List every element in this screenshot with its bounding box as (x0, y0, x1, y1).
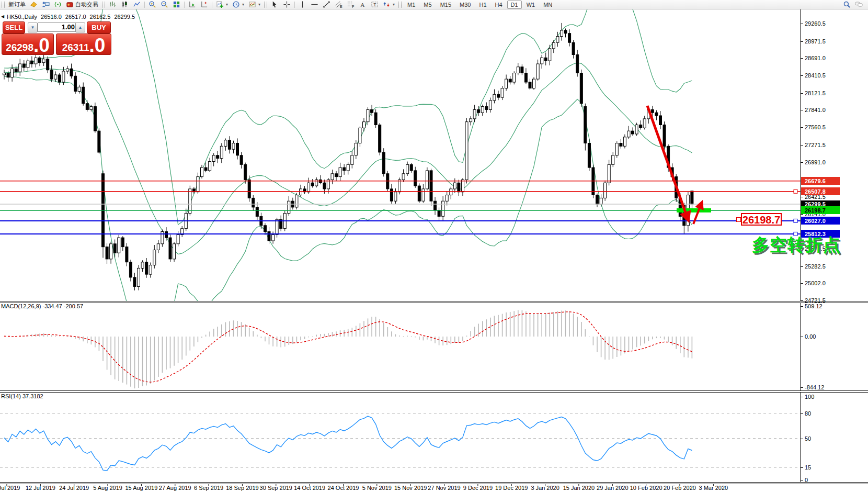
svg-text:T: T (373, 2, 376, 7)
timeframe-M5-button[interactable]: M5 (420, 1, 435, 9)
date-label-3-Mar-2020: 3 Mar 2020 (690, 485, 737, 491)
toolbar-grip (264, 2, 267, 8)
ask-price-main: 26311 (62, 42, 89, 53)
sell-button[interactable]: SELL (3, 21, 25, 33)
pane-divider[interactable] (0, 482, 868, 484)
ask-price-button[interactable]: 26311.0 (56, 33, 111, 55)
svg-text:F: F (352, 5, 354, 8)
zoom-in-button[interactable] (146, 1, 158, 9)
trendline-button[interactable] (321, 1, 333, 9)
horizontal-line-button[interactable] (309, 1, 321, 9)
macd-tick-509.12: 509.12 (805, 303, 823, 309)
zoom-out-icon (161, 1, 168, 8)
turning-point-note[interactable]: 多空转折点 (752, 233, 841, 257)
bar-close-value: 26299.5 (114, 14, 135, 20)
timeframe-group: M1M5M15M30H1H4D1W1MN (403, 1, 556, 9)
toolbar-separator (294, 2, 295, 8)
ask-price-frac: .0 (89, 38, 105, 53)
price-callout-handle[interactable] (736, 217, 741, 222)
equidistant-channel-button[interactable]: E (333, 1, 345, 9)
crosshair-icon (283, 1, 291, 8)
arrows-icon (383, 1, 391, 8)
crosshair-button[interactable] (281, 1, 293, 9)
timeframe-M1-button[interactable]: M1 (404, 1, 419, 9)
price-badge-26027.0: 26027.0 (801, 217, 840, 225)
metaeditor-button[interactable] (40, 1, 52, 9)
rsi-indicator (0, 413, 801, 471)
svg-text:E: E (340, 5, 342, 8)
price-tick-25282.5: 25282.5 (805, 263, 826, 270)
fibonacci-button[interactable]: F (345, 1, 357, 9)
down-trend-arrow[interactable] (647, 106, 688, 220)
price-tick-28410.5: 28410.5 (805, 72, 826, 79)
template-icon (248, 1, 256, 8)
toolbar-separator (144, 2, 145, 8)
search-icon[interactable] (843, 1, 851, 8)
price-callout-label[interactable]: 26198.7 (741, 213, 782, 226)
new-order-button[interactable]: 新订单 (6, 1, 28, 9)
horizontal-line-icon (311, 1, 318, 8)
volume-input[interactable]: 1.00 (38, 23, 78, 32)
buy-button[interactable]: BUY (87, 21, 111, 33)
text-button[interactable]: A (357, 1, 369, 9)
bar-low-value: 26162.5 (90, 14, 111, 20)
tile-windows-button[interactable] (170, 1, 182, 9)
gold-icon (30, 1, 38, 8)
timeframe-W1-button[interactable]: W1 (523, 1, 539, 9)
price-tick-27560.5: 27560.5 (805, 124, 826, 130)
toolbar-separator (212, 2, 212, 8)
support-highlight-bar[interactable] (677, 208, 711, 213)
volume-increase-button[interactable]: ▲ (75, 23, 85, 32)
signals-button[interactable] (52, 1, 64, 9)
zoom-in-icon (149, 1, 156, 8)
cursor-icon (271, 1, 279, 8)
line-chart-button[interactable] (131, 1, 143, 9)
chart-shift-button[interactable] (198, 1, 210, 9)
bid-price-button[interactable]: 26298.0 (2, 33, 54, 55)
periods-button[interactable]: ▾ (230, 1, 246, 9)
candlestick-chart-button[interactable] (119, 1, 131, 9)
toolbar-right-group (843, 1, 863, 8)
cursor-button[interactable] (269, 1, 281, 9)
vertical-line-button[interactable] (296, 1, 309, 9)
bid-price-frac: .0 (33, 38, 50, 53)
pane-divider[interactable] (0, 390, 868, 393)
add-indicator-icon (216, 1, 224, 8)
timeframe-M30-button[interactable]: M30 (456, 1, 474, 9)
autotrading-button[interactable]: 自动交易 (64, 1, 100, 9)
bar-chart-button[interactable] (107, 1, 119, 9)
auto-scroll-button[interactable] (186, 1, 198, 9)
symbol-period-label: HK50.,Daily (7, 14, 37, 20)
chart-bars-icon (109, 1, 117, 8)
line-handle[interactable] (794, 219, 797, 222)
price-tick-27841.0: 27841.0 (805, 107, 826, 113)
pane-divider[interactable] (0, 301, 868, 303)
timeframe-H4-button[interactable]: H4 (492, 1, 506, 9)
timeframe-H1-button[interactable]: H1 (475, 1, 490, 9)
channel-e-icon: E (335, 1, 342, 8)
deposit-button[interactable] (28, 1, 40, 9)
auto-scroll-icon (188, 1, 196, 8)
rsi-tick-15: 15 (805, 464, 811, 471)
volume-decrease-button[interactable]: ▼ (28, 23, 38, 32)
indicators-button[interactable]: ▾ (214, 1, 230, 9)
rsi-label: RSI(14) 37.3182 (1, 393, 43, 399)
price-badge-26198.7: 26198.7 (801, 206, 840, 214)
templates-button[interactable]: ▾ (246, 1, 262, 9)
text-label-button[interactable]: T (369, 1, 381, 9)
timeframe-MN-button[interactable]: MN (540, 1, 556, 9)
arrows-button[interactable]: ▾ (381, 1, 397, 9)
toolbar-grip (398, 2, 402, 8)
chat-icon[interactable] (855, 1, 863, 8)
timeframe-D1-button[interactable]: D1 (507, 1, 522, 9)
price-tick-28971.5: 28971.5 (805, 38, 826, 44)
toolbar-separator (184, 2, 185, 8)
person-monitor-icon (42, 1, 50, 8)
zoom-out-button[interactable] (158, 1, 170, 9)
rsi-tick-50: 50 (805, 435, 811, 442)
bar-high-value: 26517.0 (65, 14, 86, 20)
chevron-down-icon: ▾ (226, 2, 228, 7)
line-handle[interactable] (794, 189, 797, 193)
rsi-tick-100: 100 (805, 394, 814, 400)
timeframe-M15-button[interactable]: M15 (437, 1, 455, 9)
